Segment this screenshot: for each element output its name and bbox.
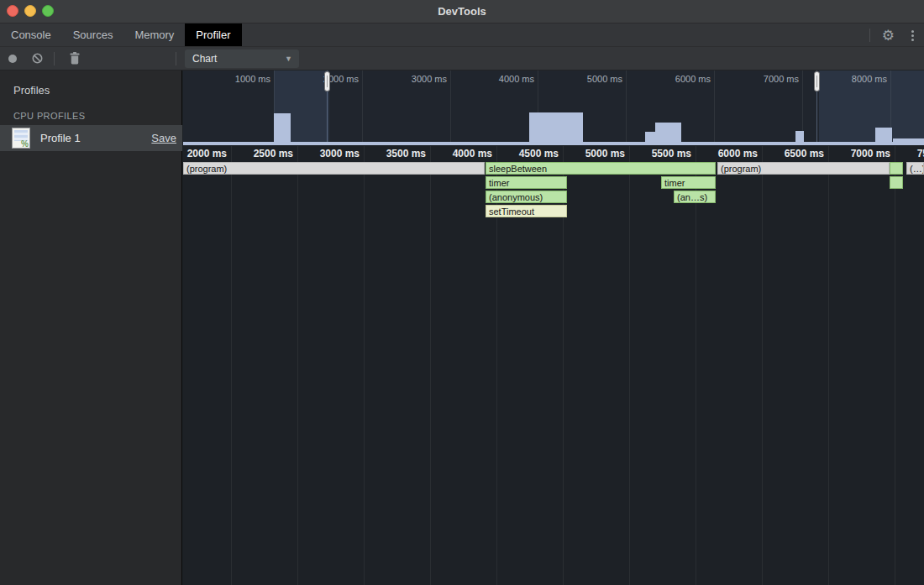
settings-gear-icon[interactable]: ⚙ — [882, 29, 895, 43]
overview-tick-label: 8000 ms — [840, 74, 887, 84]
content-area: Profiles CPU PROFILES % Profile 1 Save 1… — [0, 71, 924, 585]
detail-gridline — [629, 146, 630, 585]
view-mode-value: Chart — [192, 53, 217, 65]
overview-activity-bar — [529, 112, 583, 142]
ruler-tick-label: 6000 ms — [714, 148, 758, 159]
detail-gridline — [762, 146, 763, 585]
ruler-tick-label: 4000 ms — [449, 148, 492, 159]
tab-sources[interactable]: Sources — [62, 24, 124, 46]
detail-gridline — [430, 146, 431, 585]
flame-chart-pane: 1000 ms2000 ms3000 ms4000 ms5000 ms6000 … — [183, 71, 924, 585]
devtools-tab-bar: Console Sources Memory Profiler ⚙ — [0, 24, 924, 47]
ruler-tick-label: 3500 ms — [382, 148, 426, 159]
overview-tick-label: 5000 ms — [575, 74, 622, 84]
window-title: DevTools — [0, 5, 924, 18]
toolbar-separator-2 — [176, 52, 176, 65]
overview-gridline — [714, 71, 715, 142]
more-options-kebab-icon[interactable] — [906, 30, 919, 41]
cpu-profile-icon: % — [12, 128, 30, 149]
flame-frame[interactable] — [890, 162, 903, 175]
overview-activity-bar — [795, 131, 804, 142]
detail-gridline — [696, 146, 696, 585]
trash-icon — [70, 52, 80, 65]
view-mode-select[interactable]: Chart ▼ — [185, 50, 299, 68]
overview-activity-bar — [645, 132, 655, 142]
tab-console[interactable]: Console — [0, 24, 62, 46]
overview-tick-label: 6000 ms — [664, 74, 711, 84]
overview-activity-bar — [655, 123, 681, 142]
ruler-tick-label: 5000 ms — [581, 148, 625, 159]
profile-list-item[interactable]: % Profile 1 Save — [0, 125, 182, 151]
overview-gridline — [362, 71, 363, 142]
detail-gridline — [297, 146, 298, 585]
ruler-tick-label: 2500 ms — [249, 148, 293, 159]
ruler-tick-label: 4500 ms — [515, 148, 559, 159]
chevron-down-icon: ▼ — [285, 55, 292, 63]
cpu-profiles-section-title: CPU PROFILES — [13, 111, 86, 121]
overview-tick-label: 7000 ms — [752, 74, 799, 84]
delete-profile-button[interactable] — [65, 49, 85, 69]
sidebar-heading: Profiles — [13, 84, 50, 97]
clear-profiles-button[interactable] — [27, 49, 47, 69]
ruler-tick-label: 7000 ms — [847, 148, 890, 159]
overview-activity-bar — [875, 128, 892, 142]
overview-tick-label: 4000 ms — [487, 74, 534, 84]
flame-frame[interactable]: (an…s) — [674, 191, 716, 203]
ruler-tick-label: 6500 ms — [780, 148, 824, 159]
flame-frame[interactable]: (program) — [717, 162, 890, 175]
selection-handle-left[interactable] — [324, 71, 330, 91]
flame-frame[interactable] — [890, 176, 903, 189]
flame-frame[interactable]: (program) — [183, 162, 485, 175]
overview-tick-label: 3000 ms — [400, 74, 447, 84]
ruler-tick-label: 7500 ms — [913, 148, 924, 159]
flame-frame[interactable]: timer — [661, 176, 716, 189]
flame-frame[interactable]: sleepBetween — [486, 162, 716, 175]
flame-frame[interactable]: setTimeout — [486, 205, 567, 217]
time-ruler: 2000 ms2500 ms3000 ms3500 ms4000 ms4500 … — [183, 145, 924, 161]
detail-gridline — [364, 146, 365, 585]
save-profile-link[interactable]: Save — [151, 132, 176, 144]
ruler-tick-label: 2000 ms — [183, 148, 227, 159]
flame-frame[interactable]: (anonymous) — [486, 191, 567, 203]
tab-memory[interactable]: Memory — [123, 24, 185, 46]
overview-gridline — [450, 71, 451, 142]
profiles-sidebar: Profiles CPU PROFILES % Profile 1 Save — [0, 71, 182, 585]
detail-gridline — [895, 146, 895, 585]
overview-activity-bar — [893, 138, 924, 142]
tabbar-separator — [869, 29, 870, 42]
profiler-toolbar: Chart ▼ — [0, 47, 924, 71]
overview-activity-bar — [274, 113, 291, 142]
ruler-tick-label: 3000 ms — [316, 148, 360, 159]
profile-overview-timeline[interactable]: 1000 ms2000 ms3000 ms4000 ms5000 ms6000 … — [183, 71, 924, 145]
detail-gridline — [828, 146, 829, 585]
overview-gridline — [626, 71, 627, 142]
flame-frame[interactable]: (…) — [906, 162, 924, 175]
detail-gridline — [231, 146, 232, 585]
tab-profiler[interactable]: Profiler — [185, 24, 241, 46]
ruler-tick-label: 5500 ms — [648, 148, 691, 159]
record-button[interactable] — [8, 55, 17, 63]
profile-name: Profile 1 — [40, 132, 81, 144]
flame-frame[interactable]: timer — [486, 176, 567, 189]
toolbar-separator — [54, 52, 55, 65]
block-icon — [32, 53, 43, 64]
title-bar: DevTools — [0, 0, 924, 24]
overview-tick-label: 1000 ms — [223, 74, 270, 84]
overview-tick-label: 2000 ms — [312, 74, 359, 84]
selection-handle-right[interactable] — [814, 71, 820, 91]
